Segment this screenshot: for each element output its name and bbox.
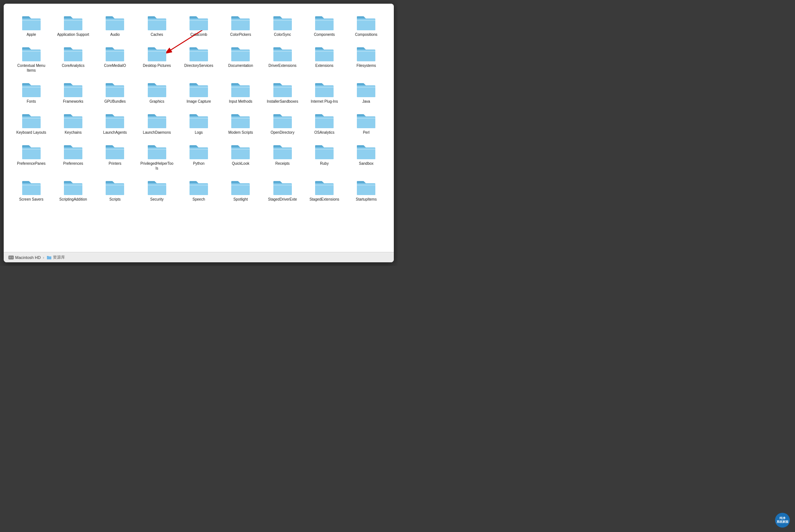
folder-label-audio: Audio bbox=[110, 32, 120, 37]
folder-label-printers: Printers bbox=[109, 161, 121, 166]
folder-item-caches[interactable]: Caches bbox=[137, 11, 177, 39]
folder-label-keychains: Keychains bbox=[65, 130, 82, 135]
folder-label-frameworks: Frameworks bbox=[63, 99, 83, 104]
folder-icon-speech bbox=[188, 178, 209, 196]
folder-icon-privilegedhelpertools bbox=[147, 142, 167, 160]
folder-item-documentation[interactable]: Documentation bbox=[221, 42, 261, 75]
folder-item-image-capture[interactable]: Image Capture bbox=[178, 78, 219, 106]
folder-item-graphics[interactable]: Graphics bbox=[137, 78, 177, 106]
folder-item-input-methods[interactable]: Input Methods bbox=[221, 78, 261, 106]
folder-label-contextual-menu-items: Contextual Menu Items bbox=[15, 63, 48, 73]
folder-label-desktop-pictures: Desktop Pictures bbox=[143, 63, 171, 68]
folder-label-osanalytics: OSAnalytics bbox=[314, 130, 334, 135]
svg-rect-4 bbox=[9, 257, 11, 257]
folder-item-directoryservices[interactable]: DirectoryServices bbox=[178, 42, 219, 75]
folder-label-speech: Speech bbox=[192, 197, 205, 202]
folder-item-internet-plug-ins[interactable]: Internet Plug-Ins bbox=[304, 78, 344, 106]
folder-item-python[interactable]: Python bbox=[178, 140, 219, 173]
folder-item-launchagents[interactable]: LaunchAgents bbox=[95, 109, 135, 137]
folder-icon-gpubundles bbox=[105, 80, 125, 98]
folder-item-scriptingaddition[interactable]: ScriptingAddition bbox=[53, 176, 93, 204]
folder-item-installer-sandboxes[interactable]: InstallerSandboxes bbox=[262, 78, 303, 106]
content-area[interactable]: Apple Application Support Audio Caches bbox=[4, 4, 394, 252]
folder-icon-components bbox=[314, 13, 335, 31]
folder-item-extensions[interactable]: Extensions bbox=[304, 42, 344, 75]
folder-label-privilegedhelpertools: PrivilegedHelperTools bbox=[140, 161, 174, 171]
hd-breadcrumb: Macintosh HD bbox=[8, 255, 41, 260]
folder-item-scripts[interactable]: Scripts bbox=[95, 176, 135, 204]
folder-label-graphics: Graphics bbox=[150, 99, 164, 104]
folder-icon-driverextensions bbox=[272, 44, 293, 62]
folder-item-ruby[interactable]: Ruby bbox=[304, 140, 344, 173]
folder-item-compositions[interactable]: Compositions bbox=[346, 11, 386, 39]
folder-item-desktop-pictures[interactable]: Desktop Pictures bbox=[137, 42, 177, 75]
folder-item-quicklook[interactable]: QuickLook bbox=[221, 140, 261, 173]
folder-label-spotlight: Spotlight bbox=[233, 197, 248, 202]
folder-item-stagedextensions[interactable]: StagedExtensions bbox=[304, 176, 344, 204]
folder-label-directoryservices: DirectoryServices bbox=[184, 63, 213, 68]
folder-item-driverextensions[interactable]: DriverExtensions bbox=[262, 42, 303, 75]
folder-item-security[interactable]: Security bbox=[137, 176, 177, 204]
folder-icon-installer-sandboxes bbox=[272, 80, 293, 98]
folder-item-java[interactable]: Java bbox=[346, 78, 386, 106]
folder-icon-keychains bbox=[63, 111, 83, 129]
folder-label-logs: Logs bbox=[195, 130, 203, 135]
folder-item-contextual-menu-items[interactable]: Contextual Menu Items bbox=[11, 42, 51, 75]
folder-item-receipts[interactable]: Receipts bbox=[262, 140, 303, 173]
folder-label-filesystems: Filesystems bbox=[356, 63, 376, 68]
folder-item-catacomb[interactable]: Catacomb bbox=[178, 11, 219, 39]
folder-item-keychains[interactable]: Keychains bbox=[53, 109, 93, 137]
folder-item-fonts[interactable]: Fonts bbox=[11, 78, 51, 106]
folder-item-preferencepanes[interactable]: PreferencePanes bbox=[11, 140, 51, 173]
folder-item-modem-scripts[interactable]: Modem Scripts bbox=[221, 109, 261, 137]
folder-item-gpubundles[interactable]: GPUBundles bbox=[95, 78, 135, 106]
folder-item-apple[interactable]: Apple bbox=[11, 11, 51, 39]
folder-item-application-support[interactable]: Application Support bbox=[53, 11, 93, 39]
folder-icon-keyboard-layouts bbox=[21, 111, 42, 129]
folder-label-image-capture: Image Capture bbox=[187, 99, 211, 104]
folder-icon-caches bbox=[147, 13, 167, 31]
folder-label-caches: Caches bbox=[151, 32, 163, 37]
folder-label-catacomb: Catacomb bbox=[190, 32, 207, 37]
folder-item-coreanalytics[interactable]: CoreAnalytics bbox=[53, 42, 93, 75]
folder-item-colorsync[interactable]: ColorSync bbox=[262, 11, 303, 39]
folder-icon-catacomb bbox=[188, 13, 209, 31]
folder-label-scriptingaddition: ScriptingAddition bbox=[59, 197, 87, 202]
folder-item-sandbox[interactable]: Sandbox bbox=[346, 140, 386, 173]
folder-label-coreanalytics: CoreAnalytics bbox=[62, 63, 85, 68]
folder-item-spotlight[interactable]: Spotlight bbox=[221, 176, 261, 204]
folder-item-opendirectory[interactable]: OpenDirectory bbox=[262, 109, 303, 137]
folder-item-startupitems[interactable]: StartupItems bbox=[346, 176, 386, 204]
folder-icon-quicklook bbox=[230, 142, 251, 160]
folder-item-colorpickers[interactable]: ColorPickers bbox=[221, 11, 261, 39]
folder-item-screen-savers[interactable]: Screen Savers bbox=[11, 176, 51, 204]
folder-icon-input-methods bbox=[230, 80, 251, 98]
folder-icon-image-capture bbox=[188, 80, 209, 98]
folder-item-osanalytics[interactable]: OSAnalytics bbox=[304, 109, 344, 137]
folder-item-frameworks[interactable]: Frameworks bbox=[53, 78, 93, 106]
folder-label-installer-sandboxes: InstallerSandboxes bbox=[267, 99, 298, 104]
folder-item-keyboard-layouts[interactable]: Keyboard Layouts bbox=[11, 109, 51, 137]
folder-item-stageddriverexte[interactable]: StagedDriverExte bbox=[262, 176, 303, 204]
folder-item-speech[interactable]: Speech bbox=[178, 176, 219, 204]
folder-item-privilegedhelpertools[interactable]: PrivilegedHelperTools bbox=[137, 140, 177, 173]
folder-icon-extensions bbox=[314, 44, 335, 62]
folder-item-filesystems[interactable]: Filesystems bbox=[346, 42, 386, 75]
library-breadcrumb[interactable]: 资源库 bbox=[47, 255, 65, 260]
folder-item-perl[interactable]: Perl bbox=[346, 109, 386, 137]
folder-item-audio[interactable]: Audio bbox=[95, 11, 135, 39]
folder-item-logs[interactable]: Logs bbox=[178, 109, 219, 137]
folder-item-coremediaio[interactable]: CoreMediaIO bbox=[95, 42, 135, 75]
folder-icon-audio bbox=[105, 13, 125, 31]
folder-item-preferences[interactable]: Preferences bbox=[53, 140, 93, 173]
folder-icon-launchdaemons bbox=[147, 111, 167, 129]
folder-icon-screen-savers bbox=[21, 178, 42, 196]
folder-item-launchdaemons[interactable]: LaunchDaemons bbox=[137, 109, 177, 137]
folder-icon-application-support bbox=[63, 13, 83, 31]
folder-label-quicklook: QuickLook bbox=[232, 161, 249, 166]
folder-item-printers[interactable]: Printers bbox=[95, 140, 135, 173]
folder-label-input-methods: Input Methods bbox=[229, 99, 252, 104]
folder-icon-coreanalytics bbox=[63, 44, 83, 62]
folder-item-components[interactable]: Components bbox=[304, 11, 344, 39]
hd-label: Macintosh HD bbox=[15, 255, 41, 260]
